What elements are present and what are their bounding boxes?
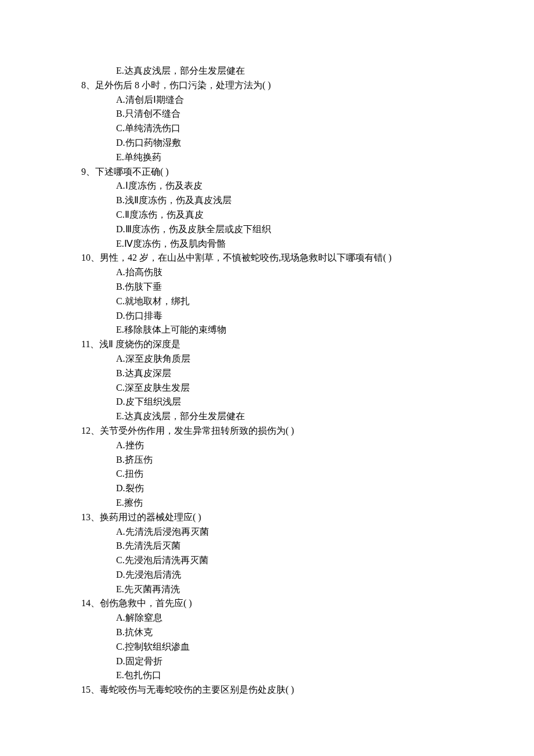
option-0-0: A.清创后Ⅰ期缝合 [81, 93, 534, 107]
option-label: E. [116, 584, 124, 594]
option-label: B. [116, 195, 125, 205]
option-text: 移除肢体上可能的束缚物 [124, 325, 226, 334]
option-text: 挤压伤 [125, 455, 153, 465]
option-text: 先灭菌再清洗 [124, 584, 180, 594]
option-label: A. [116, 527, 125, 537]
option-text: 深至皮肤角质层 [125, 354, 190, 363]
option-label: D. [116, 138, 125, 147]
option-text: 先清洗后灭菌 [125, 541, 181, 550]
option-label: D. [116, 224, 125, 234]
option-3-1: B.达真皮深层 [81, 366, 534, 381]
question-14: 14、创伤急救中，首先应( ) [81, 596, 534, 611]
option-text: 先清洗后浸泡再灭菌 [125, 527, 209, 537]
option-5-1: B.先清洗后灭菌 [81, 539, 534, 553]
option-label: C. [116, 123, 125, 133]
option-text: 先浸泡后清洗 [125, 570, 181, 579]
option-label: B. [116, 368, 125, 378]
question-12: 12、关节受外伤作用，发生异常扭转所致的损伤为( ) [81, 424, 534, 438]
option-label: A. [116, 95, 125, 105]
option-label: E. [116, 411, 124, 421]
option-1-3: D.Ⅲ度冻伤，伤及皮肤全层或皮下组织 [81, 222, 534, 237]
option-label: E. [116, 152, 124, 162]
option-label: C. [116, 210, 125, 219]
option-label: C. [116, 469, 125, 478]
option-text: 浅Ⅱ度冻伤，伤及真皮浅层 [125, 195, 232, 205]
option-6-4: E.包扎伤口 [81, 668, 534, 683]
option-text: 裂伤 [125, 483, 144, 493]
option-text: 控制软组织渗血 [125, 642, 190, 651]
option-text: 固定骨折 [125, 656, 163, 666]
option-text: 抬高伤肢 [125, 267, 163, 277]
option-text: 伤肢下垂 [125, 282, 162, 291]
option-label: C. [116, 296, 125, 306]
option-text: 就地取材，绑扎 [125, 296, 190, 306]
option-label: E. [116, 498, 124, 507]
option-3-0: A.深至皮肤角质层 [81, 352, 534, 366]
question-stem: 下述哪项不正确( ) [95, 167, 169, 177]
option-label: D. [116, 397, 125, 406]
option-label: E. [116, 239, 124, 249]
option-label: B. [116, 455, 125, 465]
option-5-3: D.先浸泡后清洗 [81, 568, 534, 582]
option-text: 解除窒息 [125, 613, 163, 622]
option-text: 扭伤 [125, 469, 143, 478]
option-label: A. [116, 267, 125, 277]
question-stem: 创伤急救中，首先应( ) [100, 598, 192, 608]
question-stem: 足外伤后 8 小时，伤口污染，处理方法为( ) [95, 80, 271, 90]
option-1-2: C.Ⅱ度冻伤，伤及真皮 [81, 208, 534, 222]
option-label: D. [116, 311, 125, 321]
option-5-0: A.先清洗后浸泡再灭菌 [81, 525, 534, 539]
option-1-4: E.Ⅳ度冻伤，伤及肌肉骨骼 [81, 237, 534, 251]
option-label: D. [116, 656, 125, 666]
question-11: 11、浅Ⅱ 度烧伤的深度是 [81, 337, 534, 352]
option-5-4: E.先灭菌再清洗 [81, 582, 534, 597]
option-label: B. [116, 541, 125, 550]
question-stem: 关节受外伤作用，发生异常扭转所致的损伤为( ) [100, 426, 294, 435]
option-text: 达真皮深层 [125, 368, 171, 378]
question-stem: 浅Ⅱ 度烧伤的深度是 [99, 339, 181, 349]
option-0-4: E.单纯换药 [81, 150, 534, 165]
option-2-0: A.抬高伤肢 [81, 265, 534, 280]
option-text: 先浸泡后清洗再灭菌 [125, 555, 208, 565]
option-text: 单纯清洗伤口 [125, 123, 181, 133]
option-0-1: B.只清创不缝合 [81, 107, 534, 121]
question-stem: 男性，42 岁，在山丛中割草，不慎被蛇咬伤,现场急救时以下哪项有错( ) [100, 253, 392, 262]
option-6-2: C.控制软组织渗血 [81, 640, 534, 654]
option-text: 只清创不缝合 [125, 109, 181, 118]
option-1-1: B.浅Ⅱ度冻伤，伤及真皮浅层 [81, 193, 534, 208]
option-label: D. [116, 483, 125, 493]
option-2-3: D.伤口排毒 [81, 309, 534, 323]
option-6-0: A.解除窒息 [81, 611, 534, 625]
option-label: E. [116, 66, 124, 75]
option-text: 伤口排毒 [125, 311, 163, 321]
option-label: B. [116, 109, 125, 118]
question-9: 9、下述哪项不正确( ) [81, 165, 534, 179]
option-label: A. [116, 613, 125, 622]
option-text: Ⅲ度冻伤，伤及皮肤全层或皮下组织 [125, 224, 271, 234]
question-stem: 换药用过的器械处理应( ) [100, 512, 201, 522]
option-text: Ⅰ度冻伤，伤及表皮 [125, 181, 203, 190]
option-4-1: B.挤压伤 [81, 453, 534, 467]
question-number: 12、 [81, 426, 100, 435]
question-number: 10、 [81, 253, 100, 262]
option-text: Ⅳ度冻伤，伤及肌肉骨骼 [124, 239, 226, 249]
option-label: E. [116, 670, 124, 680]
question-10: 10、男性，42 岁，在山丛中割草，不慎被蛇咬伤,现场急救时以下哪项有错( ) [81, 251, 534, 265]
option-label: E. [116, 325, 124, 334]
option-label: C. [116, 555, 125, 565]
option-text: 皮下组织浅层 [125, 397, 181, 406]
option-6-1: B.抗休克 [81, 625, 534, 640]
option-4-4: E.擦伤 [81, 496, 534, 510]
question-number: 9、 [81, 167, 95, 177]
option-label: B. [116, 282, 125, 291]
option-text: Ⅱ度冻伤，伤及真皮 [125, 210, 204, 219]
option-leading-E: E.达真皮浅层，部分生发层健在 [81, 64, 534, 78]
option-text: 擦伤 [124, 498, 143, 507]
question-number: 8、 [81, 80, 95, 90]
question-8: 8、足外伤后 8 小时，伤口污染，处理方法为( ) [81, 78, 534, 93]
option-3-3: D.皮下组织浅层 [81, 395, 534, 409]
question-stem: 毒蛇咬伤与无毒蛇咬伤的主要区别是伤处皮肤( ) [100, 685, 294, 694]
option-text: 伤口药物湿敷 [125, 138, 181, 147]
option-2-2: C.就地取材，绑扎 [81, 294, 534, 309]
option-label: C. [116, 642, 125, 651]
